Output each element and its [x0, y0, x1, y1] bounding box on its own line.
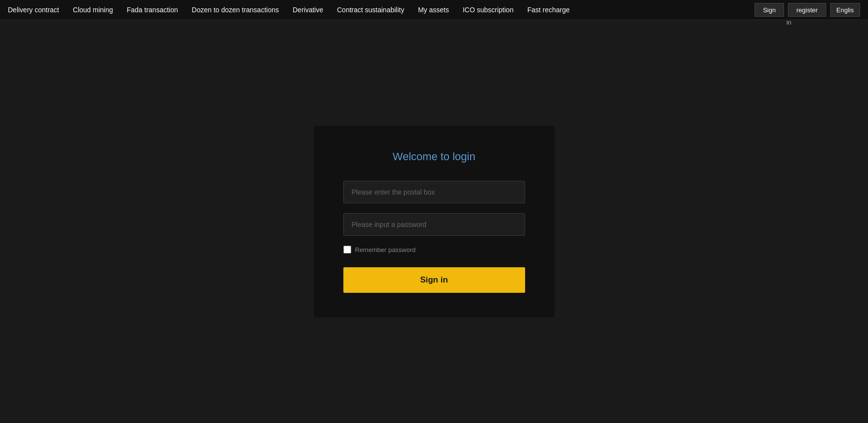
login-card: Welcome to login Remember password Sign … [314, 126, 555, 317]
password-input[interactable] [343, 213, 525, 236]
nav-my-assets[interactable]: My assets [418, 6, 449, 14]
login-title: Welcome to login [392, 150, 475, 163]
nav-ico-subscription[interactable]: ICO subscription [463, 6, 513, 14]
remember-checkbox[interactable] [343, 246, 351, 254]
sign-in-button[interactable]: Sign in [343, 267, 525, 293]
register-button[interactable]: register [788, 3, 826, 17]
email-input[interactable] [343, 181, 525, 203]
remember-group: Remember password [343, 246, 525, 254]
email-form-group [343, 181, 525, 203]
nav-contract-sustainability[interactable]: Contract sustainability [337, 6, 404, 14]
language-button[interactable]: Englis [830, 3, 860, 17]
signin-dropdown-text: in [786, 19, 791, 26]
nav-links: Delivery contract Cloud mining Fada tran… [8, 6, 755, 14]
nav-fada-transaction[interactable]: Fada transaction [127, 6, 178, 14]
password-form-group [343, 213, 525, 236]
remember-label[interactable]: Remember password [355, 246, 416, 254]
navbar: Delivery contract Cloud mining Fada tran… [0, 0, 868, 20]
nav-actions: Sign register Englis in [755, 3, 860, 17]
main-content: Welcome to login Remember password Sign … [0, 20, 868, 423]
nav-fast-recharge[interactable]: Fast recharge [527, 6, 569, 14]
nav-derivative[interactable]: Derivative [293, 6, 323, 14]
nav-delivery-contract[interactable]: Delivery contract [8, 6, 59, 14]
nav-dozen-transactions[interactable]: Dozen to dozen transactions [192, 6, 279, 14]
signin-button[interactable]: Sign [755, 3, 784, 17]
nav-cloud-mining[interactable]: Cloud mining [73, 6, 113, 14]
